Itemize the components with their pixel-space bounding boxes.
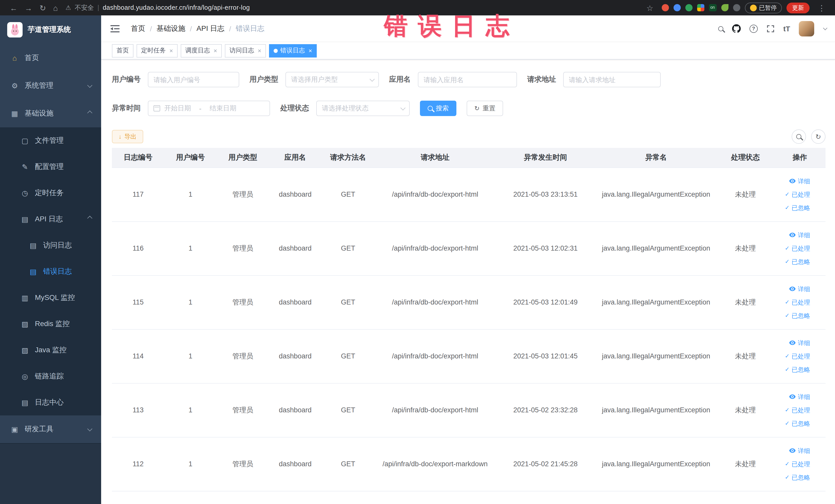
table-row: 114 1 管理员 dashboard GET /api/infra/db-do… xyxy=(112,329,826,383)
user-type-select[interactable]: 请选择用户类型 xyxy=(285,72,379,87)
sidebar-item-infra[interactable]: ▦ 基础设施 xyxy=(0,100,101,127)
date-range-picker[interactable]: 开始日期 - 结束日期 xyxy=(148,101,270,116)
extension-icon[interactable] xyxy=(673,4,680,11)
extension-icon[interactable] xyxy=(685,4,692,11)
sidebar-item-dev-tools[interactable]: ▣ 研发工具 xyxy=(0,416,101,443)
tab-home[interactable]: 首页 xyxy=(112,44,134,57)
profile-paused-badge[interactable]: 已暂停 xyxy=(745,2,782,13)
ignored-link[interactable]: ✓ 已忽略 xyxy=(774,471,810,484)
processed-link[interactable]: ✓ 已处理 xyxy=(774,403,810,417)
browser-actions: ☆ on 已暂停 更新 ⋮ xyxy=(643,2,829,13)
detail-link[interactable]: 详细 xyxy=(774,228,810,242)
address-bar[interactable]: ⚠ 不安全 | dashboard.yudao.iocoder.cn/infra… xyxy=(65,3,250,12)
cell-user-type: 管理员 xyxy=(217,275,269,329)
cell-status: 未处理 xyxy=(717,167,774,221)
sidebar-item-config-manage[interactable]: ✎ 配置管理 xyxy=(0,154,101,180)
detail-link[interactable]: 详细 xyxy=(774,390,810,403)
back-icon[interactable]: ← xyxy=(10,4,18,12)
fullscreen-icon[interactable] xyxy=(767,24,775,33)
sidebar-item-home[interactable]: ⌂ 首页 xyxy=(0,44,101,72)
processed-link[interactable]: ✓ 已处理 xyxy=(774,242,810,255)
app-name-input[interactable] xyxy=(418,72,517,87)
sidebar-item-access-log[interactable]: ▤ 访问日志 xyxy=(0,232,101,258)
font-size-icon[interactable]: tT xyxy=(783,24,790,33)
sidebar-item-redis-monitor[interactable]: ▨ Redis 监控 xyxy=(0,311,101,337)
kebab-menu-icon[interactable]: ⋮ xyxy=(818,4,826,12)
sidebar-item-system[interactable]: ⚙ 系统管理 xyxy=(0,72,101,100)
processed-link[interactable]: ✓ 已处理 xyxy=(774,457,810,471)
sidebar-item-trace[interactable]: ◎ 链路追踪 xyxy=(0,363,101,389)
sidebar-item-java-monitor[interactable]: ▧ Java 监控 xyxy=(0,337,101,363)
calendar-icon xyxy=(154,105,160,112)
breadcrumb-item[interactable]: 基础设施 xyxy=(157,24,185,33)
browser-home-icon[interactable]: ⌂ xyxy=(53,4,58,12)
refresh-table-button[interactable]: ↻ xyxy=(811,129,826,144)
sidebar-item-mysql-monitor[interactable]: ▥ MySQL 监控 xyxy=(0,284,101,311)
cell-method: GET xyxy=(321,167,375,221)
tab-error-log[interactable]: 错误日志 × xyxy=(269,44,317,57)
detail-link[interactable]: 详细 xyxy=(774,174,810,188)
chevron-down-icon[interactable] xyxy=(823,26,827,30)
export-button[interactable]: ↓ 导出 xyxy=(112,130,143,143)
sidebar-item-error-log[interactable]: ▤ 错误日志 xyxy=(0,258,101,284)
detail-link[interactable]: 详细 xyxy=(774,282,810,296)
extension-icon[interactable] xyxy=(721,4,728,11)
processed-link[interactable]: ✓ 已处理 xyxy=(774,296,810,309)
detail-link[interactable]: 详细 xyxy=(774,336,810,349)
ignored-link[interactable]: ✓ 已忽略 xyxy=(774,201,810,215)
reload-icon[interactable]: ↻ xyxy=(40,4,46,12)
sidebar-item-scheduled-jobs[interactable]: ◷ 定时任务 xyxy=(0,180,101,206)
close-icon[interactable]: × xyxy=(169,47,173,54)
close-icon[interactable]: × xyxy=(308,47,312,54)
refresh-icon: ↻ xyxy=(474,105,480,112)
chevron-down-icon xyxy=(87,82,93,87)
hamburger-icon[interactable] xyxy=(110,25,120,32)
close-icon[interactable]: × xyxy=(258,47,261,54)
user-id-input[interactable] xyxy=(148,72,239,87)
search-icon[interactable] xyxy=(718,26,724,31)
edit-icon: ✎ xyxy=(21,163,29,171)
processed-link[interactable]: ✓ 已处理 xyxy=(774,349,810,363)
github-icon[interactable] xyxy=(732,24,741,33)
extensions-puzzle-icon[interactable] xyxy=(697,4,704,11)
breadcrumb-item[interactable]: API 日志 xyxy=(197,24,225,33)
check-icon: ✓ xyxy=(785,259,790,264)
sidebar-item-log-center[interactable]: ▤ 日志中心 xyxy=(0,389,101,416)
request-url-input[interactable] xyxy=(563,72,661,87)
tab-schedule-log[interactable]: 调度日志 × xyxy=(181,44,222,57)
bookmark-star-icon[interactable]: ☆ xyxy=(646,4,653,12)
sidebar-item-api-log[interactable]: ▤ API 日志 xyxy=(0,206,101,232)
cell-exception-time: 2021-05-02 23:32:28 xyxy=(495,383,595,437)
extension-icon[interactable] xyxy=(733,4,740,11)
breadcrumb-item[interactable]: 首页 xyxy=(131,24,145,33)
log-icon: ▤ xyxy=(21,398,29,406)
user-type-label: 用户类型 xyxy=(249,75,278,84)
chevron-down-icon xyxy=(87,426,93,431)
process-status-select[interactable]: 请选择处理状态 xyxy=(316,101,410,116)
avatar[interactable] xyxy=(799,21,814,36)
ignored-link[interactable]: ✓ 已忽略 xyxy=(774,417,810,430)
ignored-link[interactable]: ✓ 已忽略 xyxy=(774,309,810,322)
reset-button[interactable]: ↻ 重置 xyxy=(467,101,503,116)
update-button[interactable]: 更新 xyxy=(787,2,810,13)
tab-scheduled-jobs[interactable]: 定时任务 × xyxy=(137,44,178,57)
page-content: 用户编号 用户类型 请选择用户类型 应用名 xyxy=(101,60,835,504)
ignored-link[interactable]: ✓ 已忽略 xyxy=(774,363,810,376)
app-logo[interactable]: 芋道管理系统 xyxy=(0,15,101,44)
check-icon: ✓ xyxy=(785,299,790,305)
cell-exception-name: java.lang.IllegalArgumentException xyxy=(595,275,717,329)
extension-on-badge[interactable]: on xyxy=(709,4,716,11)
forward-icon[interactable]: → xyxy=(25,4,32,12)
ignored-link[interactable]: ✓ 已忽略 xyxy=(774,255,810,268)
search-button[interactable]: 搜索 xyxy=(420,101,456,116)
table-row: 112 1 管理员 dashboard GET /api/infra/db-do… xyxy=(112,437,826,491)
extension-icon[interactable] xyxy=(661,4,669,11)
detail-link[interactable]: 详细 xyxy=(774,444,810,457)
processed-link[interactable]: ✓ 已处理 xyxy=(774,188,810,201)
sidebar-item-file-manage[interactable]: ▢ 文件管理 xyxy=(0,127,101,154)
tab-access-log[interactable]: 访问日志 × xyxy=(225,44,266,57)
close-icon[interactable]: × xyxy=(213,47,217,54)
toggle-search-button[interactable] xyxy=(792,129,806,144)
help-icon[interactable]: ? xyxy=(750,24,758,33)
cell-log-id: 112 xyxy=(112,437,164,491)
